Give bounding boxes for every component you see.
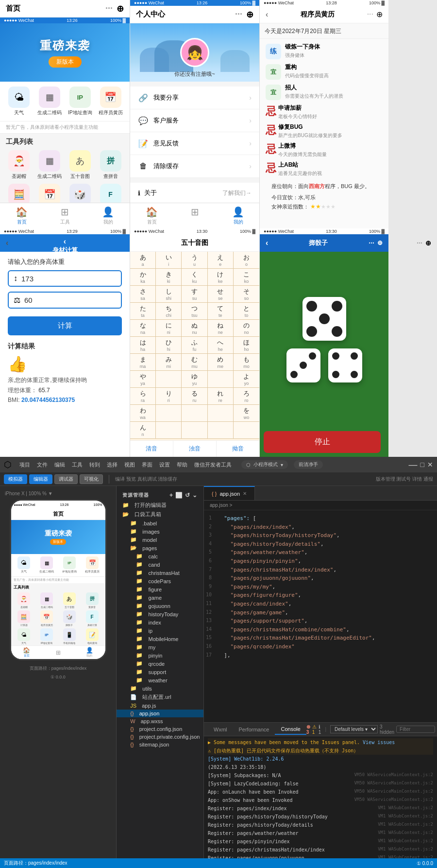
- tree-item-pages[interactable]: 📂 pages: [117, 544, 203, 552]
- console-link[interactable]: View issues: [363, 739, 395, 746]
- hira-cell-nu[interactable]: ぬnu: [182, 320, 207, 337]
- ide-mode-select[interactable]: ⬡ 小程序模式 ▾: [241, 460, 288, 469]
- calc-button[interactable]: 计算: [8, 316, 122, 335]
- camera-icon6[interactable]: ⊕: [377, 239, 383, 247]
- icon-ip[interactable]: IP IP地址查询: [67, 87, 94, 116]
- ide-appname[interactable]: 前清净手: [294, 460, 323, 469]
- console-filter-input[interactable]: [396, 726, 435, 733]
- hira-cell-wo[interactable]: をwo: [234, 405, 259, 422]
- tree-item-project-private-config-json[interactable]: {} project.private.config.json: [117, 733, 203, 741]
- hira-cell-no[interactable]: のno: [234, 320, 259, 337]
- hira-cell-ha[interactable]: はha: [130, 337, 156, 354]
- tree-item-ip[interactable]: 📁 ip: [117, 626, 203, 635]
- hira-btn-yoon[interactable]: 拗音: [217, 441, 259, 457]
- hira-cell-ke[interactable]: けke: [208, 269, 234, 286]
- tree-item-app-wxss[interactable]: W app.wxss: [117, 717, 203, 725]
- stop-button[interactable]: 停止: [264, 431, 381, 453]
- tab-performance[interactable]: Performance: [233, 725, 275, 734]
- hira-cell-empty[interactable]: [208, 371, 234, 388]
- menu-view[interactable]: 视图: [121, 460, 138, 469]
- hira-cell-e[interactable]: えe: [208, 252, 234, 269]
- refresh-icon[interactable]: ↺: [185, 492, 190, 499]
- hira-cell-ra[interactable]: らra: [130, 388, 156, 405]
- hira-cell-u[interactable]: うu: [182, 252, 207, 269]
- hira-cell-yo[interactable]: よyo: [234, 371, 259, 388]
- tree-item-utils[interactable]: 📁 utils: [117, 684, 203, 693]
- maximize-icon[interactable]: □: [420, 461, 424, 469]
- tree-item-images[interactable]: 📁 images: [117, 527, 203, 536]
- hira-cell-ru[interactable]: るru: [182, 388, 207, 405]
- tree-item------url[interactable]: 📄 站点配置.url: [117, 693, 203, 702]
- menu-interface[interactable]: 界面: [139, 460, 155, 469]
- hira-cell-fu[interactable]: ふfu: [182, 337, 207, 354]
- menu-wechat-tools[interactable]: 微信开发者工具: [191, 460, 235, 469]
- menu-tool[interactable]: 工具: [69, 460, 85, 469]
- hira-cell-n[interactable]: んn: [130, 422, 156, 439]
- hira-btn-dakuten[interactable]: 浊音: [173, 441, 217, 457]
- tree-item-game[interactable]: 📁 game: [117, 593, 203, 602]
- hira-cell-ko[interactable]: こko: [234, 269, 259, 286]
- hira-cell-ri[interactable]: りri: [156, 388, 182, 405]
- hira-cell-se[interactable]: せse: [208, 286, 234, 303]
- back-icon-dice[interactable]: ‹: [266, 239, 268, 247]
- menu-share[interactable]: 🔗 我要分享 ›: [130, 87, 259, 109]
- camera-icon3[interactable]: ⊕: [376, 10, 383, 19]
- menu-feedback[interactable]: 📝 意见反馈 ›: [130, 132, 259, 155]
- hira-cell-ni[interactable]: にni: [156, 320, 182, 337]
- hira-cell-ro[interactable]: ろro: [234, 388, 259, 405]
- tree-item-figure[interactable]: 📁 figure: [117, 585, 203, 593]
- hira-cell-hi[interactable]: ひhi: [156, 337, 182, 354]
- tree-item--babel[interactable]: 📁 .babel: [117, 519, 203, 527]
- hira-cell-a[interactable]: あa: [130, 252, 156, 269]
- hira-cell-i[interactable]: いi: [156, 252, 182, 269]
- btn-simulator[interactable]: 模拟器: [4, 474, 27, 484]
- hira-cell-mu[interactable]: むmu: [182, 354, 207, 371]
- camera-icon[interactable]: ⊕: [117, 3, 124, 14]
- hira-cell-empty[interactable]: [182, 405, 207, 422]
- hira-cell-ku[interactable]: くku: [182, 269, 207, 286]
- nav-profile2[interactable]: 👤 我的: [217, 203, 259, 228]
- tree-item-app-json[interactable]: {} app.json: [117, 710, 203, 717]
- tree-item-app-js[interactable]: JS app.js: [117, 702, 203, 710]
- tree-item-sitemap-json[interactable]: {} sitemap.json: [117, 741, 203, 748]
- nav-home2[interactable]: 🏠 首页: [130, 203, 173, 228]
- hira-cell-na[interactable]: なna: [130, 320, 156, 337]
- tree-item-christmasHat[interactable]: 📁 christmasHat: [117, 569, 203, 577]
- tree-item-index[interactable]: 📁 index: [117, 618, 203, 626]
- hira-cell-empty[interactable]: [182, 422, 207, 439]
- log-level-select[interactable]: Default levels ▾: [330, 725, 378, 733]
- editor-tab-appjson[interactable]: { } app.json ✕: [204, 486, 255, 500]
- icon-weather[interactable]: 🌤 天气: [6, 87, 33, 116]
- tree-item-codePars[interactable]: 📁 codePars: [117, 577, 203, 585]
- hira-cell-to[interactable]: とto: [234, 303, 259, 320]
- close-tab-icon[interactable]: ✕: [243, 491, 247, 496]
- hira-cell-chi[interactable]: ちchi: [156, 303, 182, 320]
- menu-file[interactable]: 文件: [34, 460, 50, 469]
- hira-cell-empty[interactable]: [156, 422, 182, 439]
- hira-cell-me[interactable]: めme: [208, 354, 234, 371]
- tree-item-gojuuonn[interactable]: 📁 gojuuonn: [117, 602, 203, 610]
- back-icon[interactable]: ‹: [266, 10, 268, 19]
- menu-select[interactable]: 选择: [104, 460, 120, 469]
- tab-console[interactable]: Console: [275, 724, 306, 735]
- hira-cell-shi[interactable]: しshi: [156, 286, 182, 303]
- tool-pinyin[interactable]: 拼 查拼音: [97, 150, 124, 180]
- new-folder-icon[interactable]: ⬜: [175, 492, 183, 499]
- close-icon[interactable]: ✕: [427, 461, 433, 469]
- hira-cell-tsu[interactable]: つtsu: [182, 303, 207, 320]
- hira-cell-empty[interactable]: [156, 405, 182, 422]
- hira-cell-yu[interactable]: ゆyu: [182, 371, 207, 388]
- tool-qr[interactable]: ▦ 生成二维码: [36, 150, 63, 180]
- hira-btn-seion[interactable]: 清音: [130, 441, 173, 457]
- hira-cell-ne[interactable]: ねne: [208, 320, 234, 337]
- minimize-icon[interactable]: —: [409, 460, 418, 470]
- menu-about[interactable]: ℹ 关于 了解我们→: [130, 183, 259, 203]
- icon-qr[interactable]: ▦ 生成二维码: [36, 87, 63, 116]
- height-input-wrap[interactable]: ↕ 173: [8, 270, 122, 287]
- more-icon6[interactable]: ···: [369, 239, 374, 247]
- tree-item-project-config-json[interactable]: {} project.config.json: [117, 725, 203, 733]
- nav-home[interactable]: 🏠 首页: [0, 203, 43, 228]
- hira-cell-mo[interactable]: もmo: [234, 354, 259, 371]
- tree-item-cand[interactable]: 📁 cand: [117, 560, 203, 569]
- hira-cell-su[interactable]: すsu: [182, 286, 207, 303]
